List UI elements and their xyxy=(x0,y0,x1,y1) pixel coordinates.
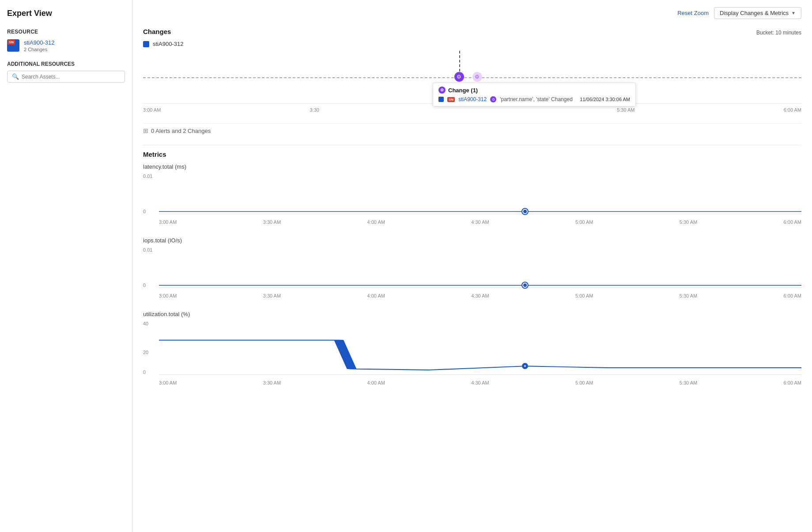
y-zero-latency: 0 xyxy=(143,209,146,214)
changes-section-header: Changes xyxy=(143,28,171,35)
utilization-svg xyxy=(159,319,801,374)
dot-marker-iops xyxy=(522,283,528,288)
resource-name[interactable]: stiA900-312 xyxy=(24,39,54,46)
resource-label: Resource xyxy=(7,29,125,35)
change-icon-light[interactable]: ⚙ xyxy=(472,72,482,82)
alerts-summary-label: 0 Alerts and 2 Changes xyxy=(151,128,211,134)
page-title: Expert View xyxy=(7,9,125,18)
chart-area-iops xyxy=(159,245,801,288)
tooltip-badge: SN xyxy=(447,97,455,102)
tooltip-color-block xyxy=(438,97,444,102)
reset-zoom-button[interactable]: Reset Zoom xyxy=(677,10,709,16)
resource-badge: SN xyxy=(8,40,15,45)
utilization-x-axis: 3:00 AM 3:30 AM 4:00 AM 4:30 AM 5:00 AM … xyxy=(159,380,801,385)
y-mid-utilization: 20 xyxy=(143,350,148,355)
alerts-summary: ⊞ 0 Alerts and 2 Changes xyxy=(143,123,801,138)
search-icon: 🔍 xyxy=(12,73,19,80)
changes-section: Changes Bucket: 10 minutes stiA900-312 ⚙… xyxy=(143,28,801,116)
header-bar: Reset Zoom Display Changes & Metrics ▼ xyxy=(143,7,801,19)
iops-svg xyxy=(159,245,801,287)
chart-wrapper-iops: 0.01 0 3:00 AM 3:30 AM 4:00 AM 4:30 AM 5… xyxy=(143,245,801,298)
chart-area-latency xyxy=(159,172,801,214)
y-zero-utilization: 0 xyxy=(143,370,146,375)
change-symbol: ⚙ xyxy=(457,74,461,80)
metrics-section-header: Metrics xyxy=(143,151,801,158)
y-zero-iops: 0 xyxy=(143,283,146,288)
chart-wrapper-latency: 0.01 0 3:00 AM 3:30 AM 4:00 AM 4:30 AM 5… xyxy=(143,172,801,225)
dot-marker-utilization xyxy=(523,364,527,368)
changes-chart-area: ⚙ ⚙ ⚙ Change (1) SN stiA900-312 ⚙ 'partn… xyxy=(143,51,801,104)
iops-x-axis: 3:00 AM 3:30 AM 4:00 AM 4:30 AM 5:00 AM … xyxy=(159,293,801,298)
main-content: Reset Zoom Display Changes & Metrics ▼ C… xyxy=(132,0,812,532)
chart-area-utilization xyxy=(159,319,801,375)
y-top-utilization: 40 xyxy=(143,321,148,326)
display-dropdown[interactable]: Display Changes & Metrics ▼ xyxy=(714,7,801,19)
tooltip-resource-name: stiA900-312 xyxy=(458,96,487,102)
search-assets-box[interactable]: 🔍 xyxy=(7,71,125,83)
tooltip-change-icon: ⚙ xyxy=(490,96,496,102)
sidebar: Expert View Resource SN stiA900-312 2 Ch… xyxy=(0,0,132,532)
changes-legend: stiA900-312 xyxy=(143,41,801,47)
tooltip-row: SN stiA900-312 ⚙ 'partner.name', 'state'… xyxy=(438,96,630,102)
resource-item: SN stiA900-312 2 Changes xyxy=(7,39,125,52)
tooltip-change-text: 'partner.name', 'state' Changed xyxy=(500,96,576,102)
metric-title-latency: latency.total (ms) xyxy=(143,163,801,170)
tooltip-title: ⚙ Change (1) xyxy=(438,87,630,94)
bucket-label: Bucket: 10 minutes xyxy=(756,30,801,36)
metric-chart-utilization: utilization.total (%) 40 20 0 3:00 AM 3:… xyxy=(143,311,801,385)
tooltip-timestamp: 11/06/2024 3:30:06 AM xyxy=(580,97,630,102)
chevron-down-icon: ▼ xyxy=(791,11,796,15)
latency-x-axis: 3:00 AM 3:30 AM 4:00 AM 4:30 AM 5:00 AM … xyxy=(159,219,801,225)
chart-wrapper-utilization: 40 20 0 3:00 AM 3:30 AM 4:00 AM 4:30 AM … xyxy=(143,319,801,385)
metric-chart-iops: iops.total (IO/s) 0.01 0 3:00 AM 3:30 AM… xyxy=(143,237,801,298)
metric-chart-latency: latency.total (ms) 0.01 0 3:00 AM 3:30 A… xyxy=(143,163,801,225)
tooltip-title-icon: ⚙ xyxy=(438,87,446,94)
divider xyxy=(143,145,801,145)
changes-legend-label: stiA900-312 xyxy=(153,41,183,47)
y-top-iops: 0.01 xyxy=(143,247,152,253)
metric-title-iops: iops.total (IO/s) xyxy=(143,237,801,244)
expand-icon[interactable]: ⊞ xyxy=(143,127,148,134)
latency-svg xyxy=(159,172,801,214)
search-input[interactable] xyxy=(22,74,120,80)
change-icon-purple[interactable]: ⚙ xyxy=(454,72,464,82)
y-top-latency: 0.01 xyxy=(143,174,152,179)
metric-title-utilization: utilization.total (%) xyxy=(143,311,801,317)
change-symbol-light: ⚙ xyxy=(475,74,480,80)
change-tooltip: ⚙ Change (1) SN stiA900-312 ⚙ 'partner.n… xyxy=(433,83,636,106)
additional-resources-label: Additional Resources xyxy=(7,61,125,67)
legend-color-block xyxy=(143,41,149,47)
dot-marker-latency xyxy=(522,209,528,214)
changes-x-axis: 3:00 AM 3:30 5:30 AM 6:00 AM xyxy=(143,106,801,116)
metrics-section: Metrics latency.total (ms) 0.01 0 3:00 A… xyxy=(143,151,801,385)
display-dropdown-label: Display Changes & Metrics xyxy=(720,10,789,16)
resource-changes: 2 Changes xyxy=(24,47,54,52)
